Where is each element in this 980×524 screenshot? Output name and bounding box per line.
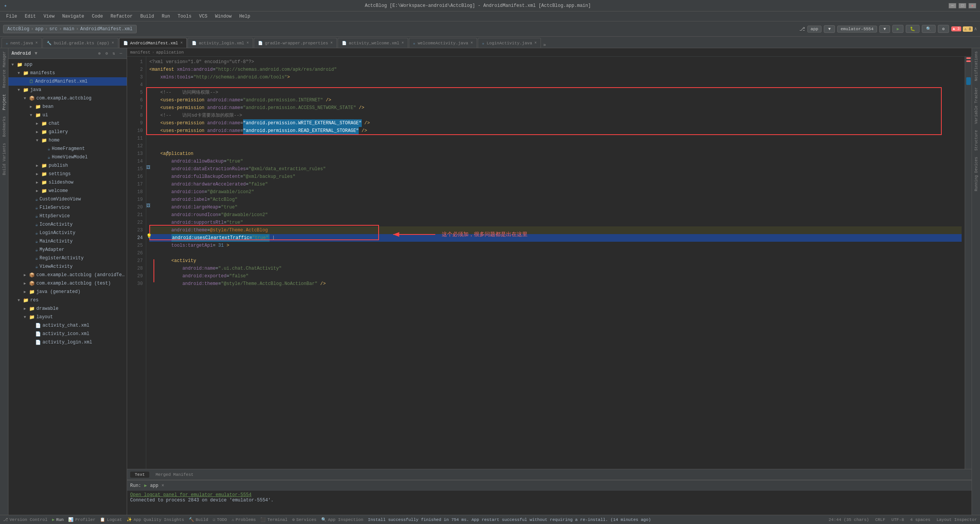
tab-android-manifest[interactable]: 📄 AndroidManifest.xml × [119, 38, 187, 48]
build-variants-tab[interactable]: Build Variants [0, 140, 8, 178]
tree-item-manifest-xml[interactable]: 🗒 AndroidManifest.xml [8, 77, 127, 86]
tab-merged-manifest[interactable]: Merged Manifest [151, 472, 198, 478]
tree-item-layout[interactable]: ▼ 📁 layout [8, 313, 127, 321]
menu-run[interactable]: Run [158, 13, 173, 20]
menu-code[interactable]: Code [89, 13, 106, 20]
tree-item-myadapter[interactable]: ☕ MyAdapter [8, 246, 127, 254]
right-scrollbar[interactable] [965, 57, 972, 469]
tree-item-home[interactable]: ▼ 📁 home [8, 136, 127, 145]
tree-item-java[interactable]: ▼ 📁 java [8, 86, 127, 94]
breadcrumb-application[interactable]: application [156, 50, 184, 55]
tree-item-httpservice[interactable]: ☕ HttpService [8, 212, 127, 220]
tree-item-activity-icon[interactable]: 📄 activity_icon.xml [8, 330, 127, 338]
tab-close-wrapper[interactable]: × [330, 41, 333, 45]
menu-help[interactable]: Help [236, 13, 253, 20]
breadcrumb-manifest[interactable]: manifest [130, 50, 150, 55]
menu-file[interactable]: File [3, 13, 20, 20]
status-app-inspection[interactable]: 🔍 App Inspection [321, 517, 363, 522]
tree-item-home-viewmodel[interactable]: ☕ HomeViewModel [8, 153, 127, 161]
status-problems[interactable]: ⚠ Problems [232, 517, 256, 522]
tree-item-manifests[interactable]: ▼ 📁 manifests [8, 69, 127, 77]
menu-view[interactable]: View [41, 13, 58, 20]
tree-item-customvideo[interactable]: ☕ CustomVideoView [8, 195, 127, 203]
status-crlf[interactable]: CRLF [875, 517, 885, 522]
tree-item-activity-login-xml[interactable]: 📄 activity_login.xml [8, 338, 127, 347]
tab-close-gradle[interactable]: × [112, 41, 114, 45]
status-profiler[interactable]: 📊 Profiler [68, 517, 95, 522]
tree-item-publish[interactable]: ▶ 📁 publish [8, 161, 127, 170]
tab-login-activity[interactable]: ☕ LoginActivity.java × [478, 38, 541, 48]
panel-gear-btn[interactable]: ⚙ [104, 50, 109, 57]
status-services[interactable]: ⚙ Services [292, 517, 316, 522]
status-encoding[interactable]: UTF-8 [892, 517, 904, 522]
minimize-button[interactable]: — [949, 3, 956, 8]
tab-close-welcome-java[interactable]: × [470, 41, 473, 45]
code-editor[interactable]: 这个必须加，很多问题都是出在这里 💡 🖼 🖼 ▶ <?xml ver [146, 57, 965, 469]
menu-refactor[interactable]: Refactor [108, 13, 136, 20]
menu-edit[interactable]: Edit [22, 13, 39, 20]
project-tab[interactable]: Project [0, 91, 8, 113]
run-button[interactable]: ▶ [892, 25, 903, 33]
status-logcat[interactable]: 📋 Logcat [100, 517, 122, 522]
tree-item-bean[interactable]: ▶ 📁 bean [8, 103, 127, 111]
tab-welcome-activity[interactable]: ☕ welcomeActivity.java × [409, 38, 477, 48]
status-terminal[interactable]: ⬛ Terminal [260, 517, 287, 522]
tab-gradle-wrapper[interactable]: 📄 gradle-wrapper.properties × [254, 38, 337, 48]
tab-build-gradle[interactable]: 🔧 build.gradle.kts (app) × [42, 38, 118, 48]
run-bar-config[interactable]: app [150, 483, 158, 488]
device-badge[interactable]: emulator-5554 [837, 26, 877, 33]
tab-close-manifest[interactable]: × [180, 41, 183, 45]
run-bar-close[interactable]: × [162, 483, 164, 488]
status-app-quality[interactable]: ✨ App Quality Insights [127, 517, 184, 522]
tab-activity-login[interactable]: 📄 activity_login.xml × [188, 38, 253, 48]
tree-item-fileservice[interactable]: ☕ FileService [8, 203, 127, 212]
run-config-dropdown[interactable]: ▼ [824, 25, 835, 33]
tree-item-home-fragment[interactable]: ☕ HomeFragment [8, 145, 127, 153]
structure-tab[interactable]: Structure [972, 127, 980, 154]
tree-item-app[interactable]: ▼ 📁 app [8, 60, 127, 69]
tab-activity-welcome[interactable]: 📄 activity_welcome.xml × [338, 38, 408, 48]
menu-vcs[interactable]: VCS [196, 13, 211, 20]
status-spaces[interactable]: 4 spaces [910, 517, 931, 522]
tree-item-res[interactable]: ▼ 📁 res [8, 296, 127, 304]
status-layout-inspector[interactable]: Layout Inspector [936, 517, 977, 522]
menu-tools[interactable]: Tools [175, 13, 194, 20]
status-version-control[interactable]: ⎇ Version Control [3, 517, 47, 522]
tab-close-welcome[interactable]: × [402, 41, 404, 45]
panel-scope-btn[interactable]: ⊕ [97, 50, 103, 57]
panel-collapse-btn[interactable]: — [118, 50, 124, 57]
tab-nent-java[interactable]: ☕ nent.java × [2, 38, 42, 48]
tree-item-slideshow[interactable]: ▶ 📁 slideshow [8, 178, 127, 187]
close-button[interactable]: ✕ [969, 3, 976, 8]
panel-dropdown[interactable]: ▼ [34, 51, 37, 56]
tree-item-mainactivity[interactable]: ☕ MainActivity [8, 237, 127, 246]
search-button[interactable]: 🔍 [922, 25, 936, 33]
tab-text[interactable]: Text [130, 472, 149, 478]
bookmarks-tab[interactable]: Bookmarks [0, 113, 8, 140]
status-todo[interactable]: ☑ TODO [213, 517, 227, 522]
tab-close-login-java[interactable]: × [534, 41, 537, 45]
tree-item-java-generated[interactable]: ▶ 📁 java (generated) [8, 288, 127, 296]
maximize-button[interactable]: □ [959, 3, 966, 8]
running-devices-tab[interactable]: Running Devices [972, 154, 980, 194]
tree-item-ui[interactable]: ▼ 📁 ui [8, 111, 127, 119]
menu-build[interactable]: Build [137, 13, 157, 20]
notifications-tab[interactable]: Notifications [972, 48, 980, 84]
scroll-thumb[interactable] [966, 77, 971, 85]
tree-item-settings[interactable]: ▶ 📁 settings [8, 170, 127, 178]
tree-item-registeractivity[interactable]: ☕ RegisterActivity [8, 254, 127, 262]
tree-item-androidtest[interactable]: ▶ 📦 com.example.actcblog (androidTest) [8, 271, 127, 279]
status-run[interactable]: ▶ Run [52, 517, 64, 522]
tree-item-viewactivity[interactable]: ☕ ViewActivity [8, 262, 127, 271]
tree-item-test[interactable]: ▶ 📦 com.example.actcblog (test) [8, 279, 127, 288]
run-config-badge[interactable]: app [807, 26, 822, 33]
tree-item-activity-chat[interactable]: 📄 activity_chat.xml [8, 321, 127, 330]
menu-window[interactable]: Window [212, 13, 235, 20]
resource-manager-tab[interactable]: Resource Manager [0, 48, 8, 91]
menu-navigate[interactable]: Navigate [59, 13, 87, 20]
tree-item-chat[interactable]: ▶ 📁 chat [8, 119, 127, 128]
panel-expand-btn[interactable]: ⇅ [111, 50, 117, 57]
tab-close-login[interactable]: × [247, 41, 249, 45]
settings-button[interactable]: ⚙ [938, 25, 949, 33]
tree-item-drawable[interactable]: ▶ 📁 drawable [8, 304, 127, 313]
